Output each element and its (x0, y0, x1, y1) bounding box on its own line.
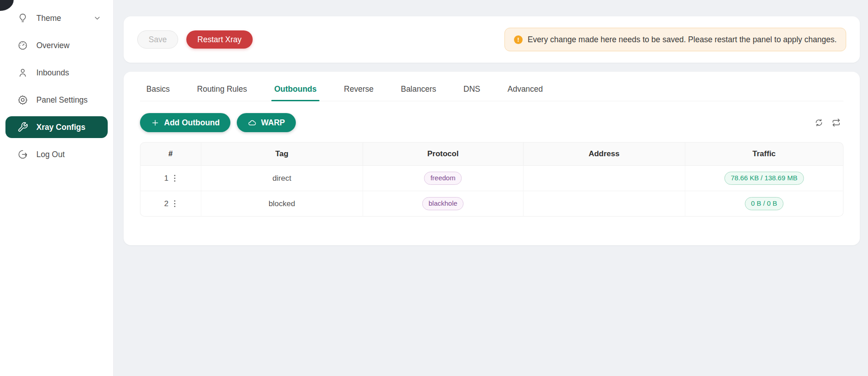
warning-icon: ! (514, 35, 523, 44)
sidebar-item-label: Inbounds (36, 68, 69, 78)
traffic-badge: 0 B / 0 B (745, 197, 784, 210)
protocol-badge: freedom (424, 172, 462, 185)
logout-icon (17, 149, 28, 160)
add-outbound-label: Add Outbound (164, 118, 219, 128)
outbounds-actions-row: Add Outbound WARP (140, 113, 843, 132)
sidebar-item-xray-configs[interactable]: Xray Configs (5, 116, 108, 138)
sidebar-item-theme[interactable]: Theme (5, 7, 108, 29)
row-tag: blocked (201, 191, 363, 217)
xray-config-card: Basics Routing Rules Outbounds Reverse B… (124, 72, 860, 245)
column-header-index: # (140, 142, 201, 166)
sidebar-item-label: Theme (36, 14, 61, 23)
row-index: 2 (164, 199, 168, 208)
sidebar-item-inbounds[interactable]: Inbounds (5, 62, 108, 84)
sidebar-item-label: Log Out (36, 150, 65, 159)
row-address (524, 166, 685, 191)
restart-xray-button[interactable]: Restart Xray (186, 30, 252, 49)
column-header-protocol: Protocol (363, 142, 524, 166)
user-icon (17, 67, 28, 78)
dashboard-icon (17, 40, 28, 51)
column-header-traffic: Traffic (685, 142, 843, 166)
sidebar-item-label: Panel Settings (36, 95, 88, 105)
table-row: 1 direct freedom 78.66 KB / 138.69 MB (140, 166, 843, 191)
column-header-tag: Tag (201, 142, 363, 166)
table-header-row: # Tag Protocol Address Traffic (140, 142, 843, 166)
alert-message: Every change made here needs to be saved… (528, 35, 837, 45)
toolbar-buttons: Save Restart Xray (137, 30, 253, 49)
tab-balancers[interactable]: Balancers (399, 75, 438, 101)
protocol-badge: blackhole (422, 197, 464, 210)
row-menu-kebab-icon[interactable] (173, 173, 177, 183)
plus-icon (151, 119, 160, 127)
save-toolbar-card: Save Restart Xray ! Every change made he… (124, 16, 860, 63)
row-address (524, 191, 685, 217)
lightbulb-icon (17, 13, 28, 24)
sidebar-item-log-out[interactable]: Log Out (5, 143, 108, 165)
warp-button[interactable]: WARP (237, 113, 296, 132)
sidebar-item-overview[interactable]: Overview (5, 35, 108, 56)
repeat-icon[interactable] (832, 118, 841, 127)
cloud-icon (248, 119, 256, 127)
tab-routing-rules[interactable]: Routing Rules (195, 75, 249, 101)
outbounds-table: # Tag Protocol Address Traffic 1 (140, 142, 843, 217)
save-button[interactable]: Save (137, 30, 178, 49)
sidebar-menu: Theme Overview (0, 0, 113, 165)
chevron-down-icon (93, 14, 101, 22)
table-tools (814, 118, 843, 127)
add-outbound-button[interactable]: Add Outbound (140, 113, 230, 132)
gear-icon (17, 94, 28, 105)
sidebar: Theme Overview (0, 0, 114, 376)
main-content: Save Restart Xray ! Every change made he… (124, 16, 860, 245)
config-tabs: Basics Routing Rules Outbounds Reverse B… (140, 75, 843, 101)
row-tag: direct (201, 166, 363, 191)
column-header-address: Address (524, 142, 685, 166)
sidebar-item-label: Xray Configs (36, 123, 85, 132)
sidebar-item-panel-settings[interactable]: Panel Settings (5, 89, 108, 111)
sidebar-item-label: Overview (36, 41, 70, 50)
tab-basics[interactable]: Basics (145, 75, 172, 101)
table-row: 2 blocked blackhole 0 B / 0 B (140, 191, 843, 217)
tab-advanced[interactable]: Advanced (506, 75, 545, 101)
tab-reverse[interactable]: Reverse (342, 75, 375, 101)
warp-label: WARP (261, 118, 285, 128)
tab-dns[interactable]: DNS (462, 75, 482, 101)
restart-warning-alert: ! Every change made here needs to be sav… (504, 28, 846, 51)
row-index: 1 (164, 174, 168, 183)
wrench-icon (17, 122, 28, 133)
row-menu-kebab-icon[interactable] (173, 199, 177, 209)
traffic-badge: 78.66 KB / 138.69 MB (724, 172, 804, 185)
tab-outbounds[interactable]: Outbounds (272, 75, 318, 101)
refresh-icon[interactable] (814, 118, 823, 127)
